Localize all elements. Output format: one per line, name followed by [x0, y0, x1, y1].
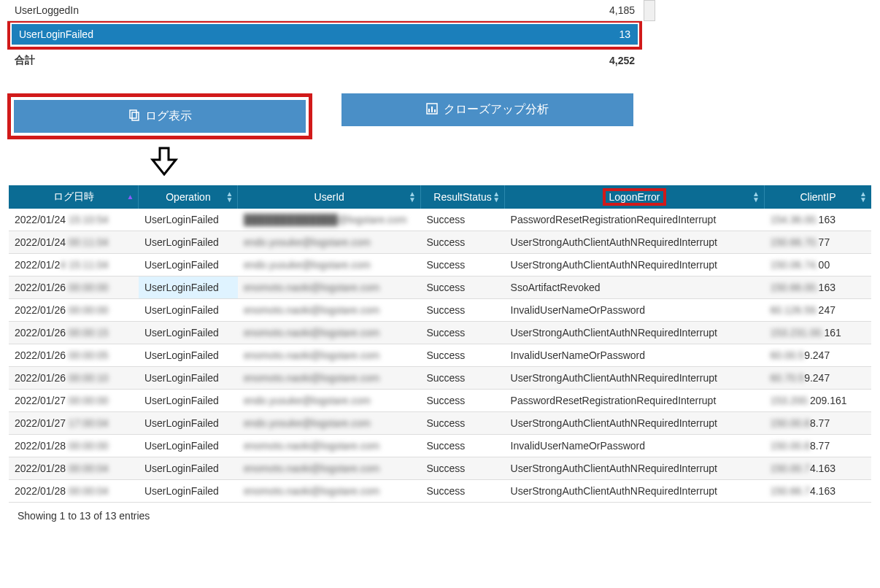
table-row[interactable]: 2022/01/26 00:00:00UserLoginFailedenomot…	[9, 299, 871, 322]
show-log-button[interactable]: ログ表示	[14, 100, 306, 133]
cell-datetime: 2022/01/27 00:00:00	[9, 390, 139, 412]
table-row[interactable]: 2022/01/24 00:11:04UserLoginFailedendo.y…	[9, 231, 871, 254]
cell-resultstatus: Success	[420, 480, 504, 503]
svg-rect-5	[434, 109, 436, 112]
table-row[interactable]: 2022/01/24 15:11:04UserLoginFailedendo.y…	[9, 254, 871, 276]
cell-resultstatus: Success	[420, 322, 504, 344]
summary-row-selected[interactable]: UserLoginFailed 13	[12, 24, 638, 45]
col-resultstatus[interactable]: ResultStatus ▲▼	[420, 185, 504, 209]
cell-datetime: 2022/01/24 15:10:54	[9, 209, 139, 231]
cell-operation: UserLoginFailed	[139, 457, 238, 480]
cell-datetime: 2022/01/27 17:00:04	[9, 412, 139, 435]
cell-logonerror: UserStrongAuthClientAuthNRequiredInterru…	[505, 254, 765, 276]
cell-logonerror: UserStrongAuthClientAuthNRequiredInterru…	[505, 322, 765, 344]
cell-datetime: 2022/01/26 00:00:15	[9, 322, 139, 344]
cell-operation: UserLoginFailed	[139, 231, 238, 254]
col-operation[interactable]: Operation ▲▼	[139, 185, 238, 209]
cell-resultstatus: Success	[420, 254, 504, 276]
summary-total-label: 合計	[7, 50, 303, 71]
sort-icon: ▲▼	[752, 191, 760, 203]
closeup-label: クローズアップ分析	[444, 102, 549, 117]
summary-total-count: 4,252	[303, 50, 642, 71]
table-row[interactable]: 2022/01/24 15:10:54UserLoginFailed██████…	[9, 209, 871, 231]
highlight-selected-row: UserLoginFailed 13	[7, 20, 642, 50]
highlight-logonerror-header: LogonError	[603, 188, 665, 206]
table-row[interactable]: 2022/01/28 00:00:00UserLoginFailedenomot…	[9, 435, 871, 457]
cell-userid: enomoto.naoki@logstare.com	[238, 435, 420, 457]
table-row[interactable]: 2022/01/26 00:00:00UserLoginFailedenomot…	[9, 276, 871, 299]
table-row[interactable]: 2022/01/26 00:00:10UserLoginFailedenomot…	[9, 367, 871, 390]
cell-resultstatus: Success	[420, 209, 504, 231]
cell-clientip: 60.70.59.247	[764, 367, 871, 390]
cell-resultstatus: Success	[420, 390, 504, 412]
highlight-log-button: ログ表示	[7, 93, 312, 139]
col-logonerror[interactable]: LogonError ▲▼	[505, 185, 765, 209]
cell-datetime: 2022/01/28 00:00:04	[9, 457, 139, 480]
cell-operation: UserLoginFailed	[139, 276, 238, 299]
sort-icon: ▲	[127, 194, 134, 200]
cell-operation: UserLoginFailed	[139, 299, 238, 322]
table-row[interactable]: 2022/01/26 00:00:05UserLoginFailedenomot…	[9, 344, 871, 367]
cell-userid: endo.yusuke@logstare.com	[238, 390, 420, 412]
cell-userid: enomoto.naoki@logstare.com	[238, 344, 420, 367]
sort-icon: ▲▼	[226, 191, 233, 203]
cell-userid: enomoto.naoki@logstare.com	[238, 367, 420, 390]
closeup-analysis-button[interactable]: クローズアップ分析	[341, 93, 633, 126]
summary-scrollbar[interactable]	[644, 0, 655, 21]
cell-userid: endo.yusuke@logstare.com	[238, 254, 420, 276]
svg-rect-3	[428, 109, 430, 112]
cell-operation: UserLoginFailed	[139, 322, 238, 344]
svg-rect-4	[431, 107, 433, 112]
summary-count: 13	[496, 24, 638, 45]
cell-logonerror: PasswordResetRegistrationRequiredInterru…	[505, 209, 765, 231]
cell-logonerror: InvalidUserNameOrPassword	[505, 299, 765, 322]
summary-table: UserLoggedIn 4,185	[7, 0, 642, 21]
summary-label: UserLoggedIn	[7, 0, 428, 21]
col-clientip[interactable]: ClientIP ▲▼	[764, 185, 871, 209]
cell-resultstatus: Success	[420, 367, 504, 390]
summary-row[interactable]: UserLoggedIn 4,185	[7, 0, 642, 21]
col-userid[interactable]: UserId ▲▼	[238, 185, 420, 209]
cell-datetime: 2022/01/26 00:00:00	[9, 299, 139, 322]
cell-clientip: 60.00.59.247	[764, 344, 871, 367]
table-row[interactable]: 2022/01/26 00:00:15UserLoginFailedenomot…	[9, 322, 871, 344]
col-datetime[interactable]: ログ日時 ▲	[9, 185, 139, 209]
table-info: Showing 1 to 13 of 13 entries	[9, 503, 871, 529]
cell-logonerror: UserStrongAuthClientAuthNRequiredInterru…	[505, 480, 765, 503]
table-row[interactable]: 2022/01/28 00:00:04UserLoginFailedenomot…	[9, 480, 871, 503]
table-row[interactable]: 2022/01/27 00:00:00UserLoginFailedendo.y…	[9, 390, 871, 412]
cell-clientip: 154.36.00.163	[764, 209, 871, 231]
cell-logonerror: UserStrongAuthClientAuthNRequiredInterru…	[505, 412, 765, 435]
cell-clientip: 150.00.88.77	[764, 435, 871, 457]
cell-datetime: 2022/01/26 00:00:10	[9, 367, 139, 390]
summary-label: UserLoginFailed	[12, 24, 496, 45]
cell-clientip: 150.66.00.163	[764, 276, 871, 299]
cell-operation: UserLoginFailed	[139, 209, 238, 231]
cell-datetime: 2022/01/26 00:00:00	[9, 276, 139, 299]
cell-clientip: 60.126.59.247	[764, 299, 871, 322]
cell-userid: endo.yosuke@logstare.com	[238, 412, 420, 435]
cell-datetime: 2022/01/28 00:00:00	[9, 435, 139, 457]
table-row[interactable]: 2022/01/28 00:00:04UserLoginFailedenomot…	[9, 457, 871, 480]
table-row[interactable]: 2022/01/27 17:00:04UserLoginFailedendo.y…	[9, 412, 871, 435]
cell-logonerror: InvalidUserNameOrPassword	[505, 435, 765, 457]
cell-userid: enomoto.naoki@logstare.com	[238, 457, 420, 480]
cell-datetime: 2022/01/24 15:11:04	[9, 254, 139, 276]
cell-userid: █████████████@logstare.com	[238, 209, 420, 231]
cell-logonerror: UserStrongAuthClientAuthNRequiredInterru…	[505, 457, 765, 480]
cell-logonerror: InvalidUserNameOrPassword	[505, 344, 765, 367]
cell-operation: UserLoginFailed	[139, 367, 238, 390]
sort-icon: ▲▼	[409, 191, 416, 203]
cell-userid: endo.yosuke@logstare.com	[238, 231, 420, 254]
bar-chart-icon	[426, 103, 438, 117]
cell-userid: enomoto.naoki@logstare.com	[238, 480, 420, 503]
cell-resultstatus: Success	[420, 457, 504, 480]
cell-resultstatus: Success	[420, 276, 504, 299]
cell-clientip: 153.200.209.161	[764, 390, 871, 412]
cell-operation: UserLoginFailed	[139, 390, 238, 412]
cell-resultstatus: Success	[420, 344, 504, 367]
copy-icon	[128, 109, 139, 124]
cell-operation: UserLoginFailed	[139, 412, 238, 435]
down-arrow-annotation	[7, 147, 321, 178]
cell-datetime: 2022/01/26 00:00:05	[9, 344, 139, 367]
